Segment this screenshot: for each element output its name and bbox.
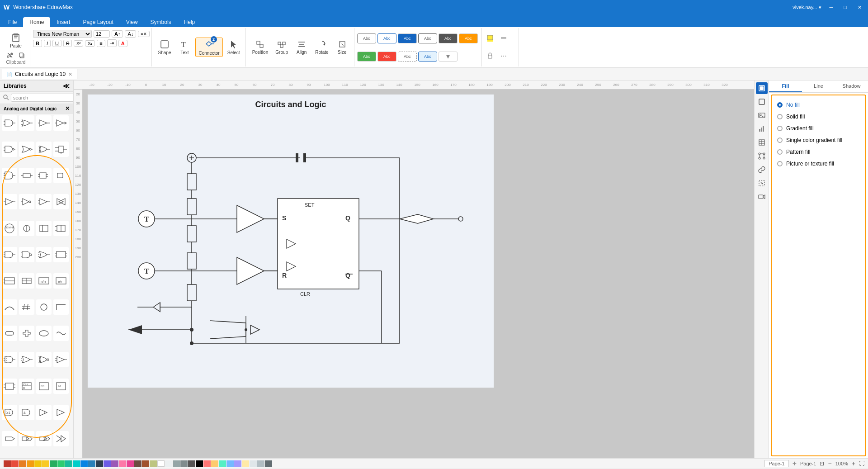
shape-small-box[interactable] (19, 168, 34, 183)
subscript-btn[interactable]: X₂ (85, 40, 95, 47)
shape-r8[interactable] (36, 247, 52, 262)
shape-g3[interactable] (36, 352, 52, 367)
color-swatch-tan[interactable] (142, 460, 149, 467)
shape-arrow-right[interactable] (2, 431, 17, 446)
shape-oval[interactable] (36, 326, 52, 341)
style-swatch-4[interactable]: Abc (418, 33, 437, 43)
shape-r13[interactable]: e/r (53, 273, 69, 289)
shape-mux[interactable] (53, 142, 69, 157)
color-swatch-cyan[interactable] (73, 460, 80, 467)
color-swatch-lightgray[interactable] (165, 460, 172, 467)
color-swatch-crimson[interactable] (11, 460, 19, 467)
font-family-select[interactable]: Times New Roman (33, 30, 92, 38)
color-swatch-darkgray[interactable] (180, 460, 188, 467)
shape-box-multi[interactable] (36, 168, 52, 183)
tab-view[interactable]: View (120, 17, 144, 27)
style-swatch-9[interactable]: Abc (398, 52, 417, 62)
font-color-btn[interactable]: A (118, 40, 127, 47)
fullscreen-btn[interactable]: ⛶ (859, 460, 864, 467)
shape-h2[interactable]: & (19, 405, 34, 420)
fill-option-pattern[interactable]: Pattern fill (775, 146, 862, 158)
fit-icon[interactable]: ⊡ (820, 460, 824, 467)
style-swatch-more[interactable]: ▾ (439, 52, 458, 62)
color-swatch-gold[interactable] (34, 460, 42, 467)
style-swatch-2[interactable]: Abc (377, 33, 396, 43)
paste-btn[interactable]: Paste (7, 32, 25, 49)
group-btn[interactable]: Group (273, 39, 291, 56)
connector-btn[interactable]: 2 Connector (195, 38, 222, 57)
shape-corner[interactable] (53, 299, 69, 315)
search-input[interactable] (11, 94, 74, 102)
window-close-btn[interactable]: ✕ (855, 5, 864, 10)
shape-r11[interactable] (19, 273, 34, 289)
shape-ff4[interactable]: e/r (53, 379, 69, 394)
color-swatch-gray[interactable] (173, 460, 180, 467)
shape-ff3[interactable]: n/n (36, 379, 52, 394)
shape-r7[interactable] (19, 247, 34, 262)
color-swatch-indigo[interactable] (104, 460, 111, 467)
diagram-canvas[interactable]: Circuits and Logic (83, 90, 754, 458)
shape-ff1[interactable] (2, 379, 17, 394)
shape-r12[interactable]: n/n (36, 273, 52, 289)
shape-hashtag[interactable] (19, 299, 34, 315)
doc-tab-close[interactable]: ✕ (68, 71, 72, 77)
shape-nand-gate[interactable] (2, 142, 17, 157)
shape-trans3[interactable] (53, 221, 69, 236)
shape-trans1[interactable] (19, 221, 34, 236)
color-swatch-extra5[interactable] (234, 460, 241, 467)
color-swatch-extra2[interactable] (211, 460, 218, 467)
style-swatch-8[interactable]: Abc (377, 52, 396, 62)
shape-g4[interactable] (53, 352, 69, 367)
shape-bistable[interactable] (53, 194, 69, 209)
color-swatch-blue[interactable] (88, 460, 95, 467)
font-size-input[interactable] (94, 30, 110, 38)
fill-option-single-gradient[interactable]: Single color gradient fill (775, 134, 862, 146)
shape-btn[interactable]: Shape (156, 38, 174, 56)
color-swatch-rose[interactable] (127, 460, 134, 467)
shape-g1[interactable] (2, 352, 17, 367)
window-min-btn[interactable]: ─ (827, 5, 836, 10)
fill-color-btn[interactable] (484, 33, 496, 43)
tab-help[interactable]: Help (178, 17, 202, 27)
shape-arrow-split[interactable] (19, 431, 34, 446)
select-btn[interactable]: Select (225, 38, 243, 56)
tab-line[interactable]: Line (802, 81, 835, 92)
library-close-btn[interactable]: ✕ (65, 105, 70, 112)
font-size-decrease-btn[interactable]: A↓ (125, 30, 136, 38)
shape-not-gate[interactable] (53, 115, 69, 131)
rotate-btn[interactable]: Rotate (312, 39, 331, 56)
copy-btn[interactable] (16, 52, 27, 60)
sidebar-collapse-btn[interactable]: ≪ (63, 82, 70, 90)
fill-option-picture[interactable]: Picture or texture fill (775, 158, 862, 170)
shape-arc[interactable] (2, 299, 17, 315)
color-swatch-extra4[interactable] (226, 460, 234, 467)
tab-page-layout[interactable]: Page Layout (76, 17, 119, 27)
rail-chart-icon[interactable] (756, 123, 768, 135)
bold-btn[interactable]: B (33, 40, 42, 47)
fill-option-solid[interactable]: Solid fill (775, 111, 862, 123)
color-swatch-extra3[interactable] (219, 460, 226, 467)
text-wrap-btn[interactable]: ⇥ (107, 39, 117, 47)
shape-driver1[interactable] (2, 194, 17, 209)
list-btn[interactable]: ≡ (97, 40, 105, 47)
shape-circle[interactable] (36, 299, 52, 315)
shape-h3[interactable] (36, 405, 52, 420)
zoom-in-btn[interactable]: + (852, 460, 855, 467)
color-swatch-extra6[interactable] (242, 460, 249, 467)
shape-driver3[interactable] (36, 194, 52, 209)
tab-file[interactable]: File (2, 17, 23, 27)
color-swatch-red[interactable] (4, 460, 11, 467)
shape-h1[interactable]: ≥1 (2, 405, 17, 420)
align-btn[interactable]: Align (292, 39, 311, 56)
color-swatch-navy[interactable] (96, 460, 103, 467)
color-swatch-sky[interactable] (80, 460, 88, 467)
rail-connection-icon[interactable] (756, 150, 768, 162)
rail-format-icon[interactable] (756, 96, 768, 108)
shape-and-gate[interactable] (2, 115, 17, 131)
zoom-out-btn[interactable]: − (828, 460, 831, 467)
color-swatch-extra7[interactable] (250, 460, 257, 467)
tab-symbols[interactable]: Symbols (144, 17, 178, 27)
italic-btn[interactable]: I (44, 40, 51, 47)
color-swatch-khaki[interactable] (150, 460, 157, 467)
color-swatch-brown[interactable] (134, 460, 142, 467)
